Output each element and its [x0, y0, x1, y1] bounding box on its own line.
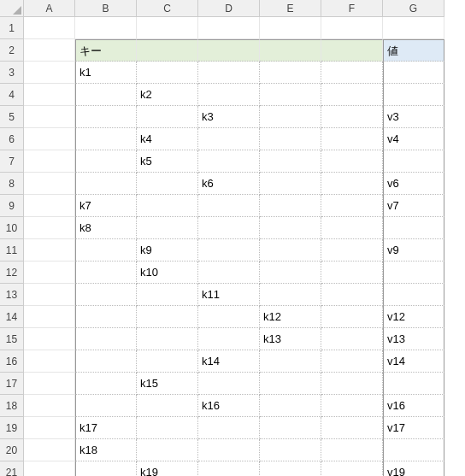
cell-E6[interactable]: [260, 128, 321, 150]
cell-G12[interactable]: [383, 262, 444, 284]
cell-F6[interactable]: [321, 128, 383, 150]
cell-B8[interactable]: [75, 173, 137, 195]
cell-E12[interactable]: [260, 262, 321, 284]
cell-A15[interactable]: [24, 328, 75, 350]
row-header-4[interactable]: 4: [0, 84, 24, 106]
cell-F17[interactable]: [321, 373, 383, 395]
cell-E7[interactable]: [260, 150, 321, 173]
cell-E9[interactable]: [260, 195, 321, 217]
row-header-1[interactable]: 1: [0, 17, 24, 39]
cell-F8[interactable]: [321, 173, 383, 195]
cell-C15[interactable]: [137, 328, 198, 350]
header-value[interactable]: 値: [383, 39, 444, 62]
cell-B12[interactable]: [75, 262, 137, 284]
cell-E21[interactable]: [260, 461, 321, 476]
cell-A5[interactable]: [24, 106, 75, 128]
cell-F15[interactable]: [321, 328, 383, 350]
cell-A10[interactable]: [24, 217, 75, 239]
cell-B16[interactable]: [75, 350, 137, 373]
cell-G17[interactable]: [383, 373, 444, 395]
col-header-E[interactable]: E: [260, 0, 321, 17]
select-all-corner[interactable]: [0, 0, 24, 17]
cell-F18[interactable]: [321, 395, 383, 417]
cell-A19[interactable]: [24, 417, 75, 439]
cell-D1[interactable]: [198, 17, 260, 39]
cell-B11[interactable]: [75, 239, 137, 262]
row-header-21[interactable]: 21: [0, 461, 24, 476]
row-header-3[interactable]: 3: [0, 62, 24, 84]
cell-E16[interactable]: [260, 350, 321, 373]
row-header-9[interactable]: 9: [0, 195, 24, 217]
cell-A20[interactable]: [24, 439, 75, 461]
row-header-15[interactable]: 15: [0, 328, 24, 350]
cell-E14[interactable]: k12: [260, 306, 321, 328]
cell-G4[interactable]: [383, 84, 444, 106]
cell-C12[interactable]: k10: [137, 262, 198, 284]
cell-D5[interactable]: k3: [198, 106, 260, 128]
cell-E5[interactable]: [260, 106, 321, 128]
cell-E19[interactable]: [260, 417, 321, 439]
cell-B6[interactable]: [75, 128, 137, 150]
cell-B17[interactable]: [75, 373, 137, 395]
row-header-18[interactable]: 18: [0, 395, 24, 417]
cell-B15[interactable]: [75, 328, 137, 350]
cell-E10[interactable]: [260, 217, 321, 239]
cell-G16[interactable]: v14: [383, 350, 444, 373]
cell-G5[interactable]: v3: [383, 106, 444, 128]
cell-F11[interactable]: [321, 239, 383, 262]
cell-D16[interactable]: k14: [198, 350, 260, 373]
cell-F10[interactable]: [321, 217, 383, 239]
cell-C13[interactable]: [137, 284, 198, 306]
cell-E1[interactable]: [260, 17, 321, 39]
row-header-13[interactable]: 13: [0, 284, 24, 306]
cell-A7[interactable]: [24, 150, 75, 173]
cell-E4[interactable]: [260, 84, 321, 106]
row-header-14[interactable]: 14: [0, 306, 24, 328]
cell-C9[interactable]: [137, 195, 198, 217]
cell-D6[interactable]: [198, 128, 260, 150]
header-key[interactable]: キー: [75, 39, 137, 62]
cell-C20[interactable]: [137, 439, 198, 461]
cell-G3[interactable]: [383, 62, 444, 84]
cell-A3[interactable]: [24, 62, 75, 84]
cell-C14[interactable]: [137, 306, 198, 328]
cell-B20[interactable]: k18: [75, 439, 137, 461]
cell-A21[interactable]: [24, 461, 75, 476]
row-header-16[interactable]: 16: [0, 350, 24, 373]
cell-C3[interactable]: [137, 62, 198, 84]
cell-A17[interactable]: [24, 373, 75, 395]
cell-G15[interactable]: v13: [383, 328, 444, 350]
cell-D11[interactable]: [198, 239, 260, 262]
row-header-17[interactable]: 17: [0, 373, 24, 395]
cell-A1[interactable]: [24, 17, 75, 39]
cell-E18[interactable]: [260, 395, 321, 417]
cell-C7[interactable]: k5: [137, 150, 198, 173]
cell-C16[interactable]: [137, 350, 198, 373]
cell-F9[interactable]: [321, 195, 383, 217]
cell-F16[interactable]: [321, 350, 383, 373]
cell-D14[interactable]: [198, 306, 260, 328]
cell-E3[interactable]: [260, 62, 321, 84]
cell-G18[interactable]: v16: [383, 395, 444, 417]
cell-D13[interactable]: k11: [198, 284, 260, 306]
cell-G19[interactable]: v17: [383, 417, 444, 439]
cell-D3[interactable]: [198, 62, 260, 84]
cell-D12[interactable]: [198, 262, 260, 284]
row-header-8[interactable]: 8: [0, 173, 24, 195]
cell-D21[interactable]: [198, 461, 260, 476]
cell-B1[interactable]: [75, 17, 137, 39]
cell-A2[interactable]: [24, 39, 75, 62]
cell-F19[interactable]: [321, 417, 383, 439]
cell-F2[interactable]: [321, 39, 383, 62]
cell-C17[interactable]: k15: [137, 373, 198, 395]
cell-G7[interactable]: [383, 150, 444, 173]
cell-E20[interactable]: [260, 439, 321, 461]
cell-F5[interactable]: [321, 106, 383, 128]
cell-C11[interactable]: k9: [137, 239, 198, 262]
cell-B21[interactable]: [75, 461, 137, 476]
cell-E15[interactable]: k13: [260, 328, 321, 350]
col-header-C[interactable]: C: [137, 0, 198, 17]
cell-A9[interactable]: [24, 195, 75, 217]
row-header-12[interactable]: 12: [0, 262, 24, 284]
cell-D18[interactable]: k16: [198, 395, 260, 417]
